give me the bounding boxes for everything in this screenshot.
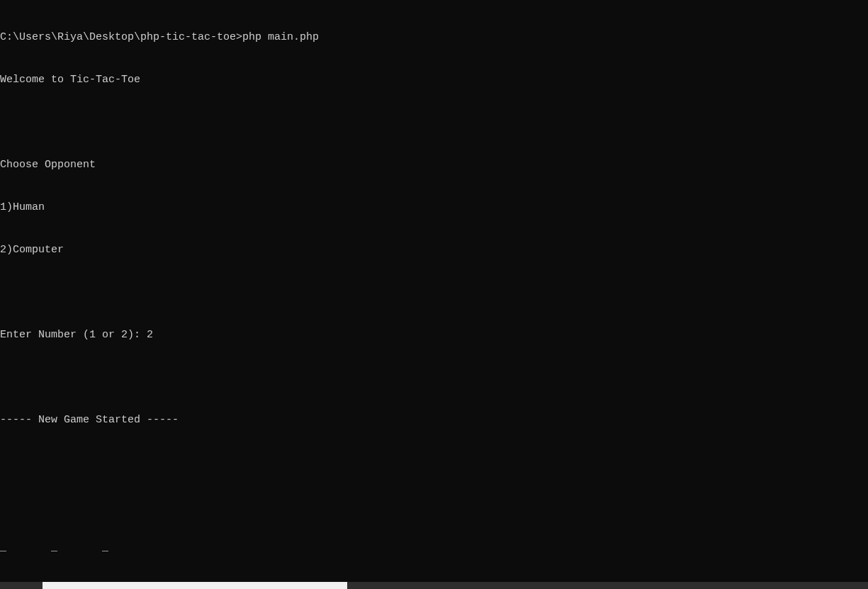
terminal-line — [0, 456, 868, 470]
terminal-line: 2)Computer — [0, 243, 868, 257]
terminal-line: Welcome to Tic-Tac-Toe — [0, 73, 868, 87]
terminal-line — [0, 498, 868, 512]
horizontal-scrollbar-track[interactable] — [0, 582, 868, 589]
terminal-line: Choose Opponent — [0, 158, 868, 172]
terminal-line — [0, 286, 868, 300]
terminal-line: _ _ _ — [0, 541, 868, 555]
terminal-line — [0, 371, 868, 385]
terminal-line: ----- New Game Started ----- — [0, 413, 868, 427]
horizontal-scrollbar-thumb[interactable] — [43, 582, 347, 589]
terminal-output[interactable]: C:\Users\Riya\Desktop\php-tic-tac-toe>ph… — [0, 0, 868, 589]
terminal-line: C:\Users\Riya\Desktop\php-tic-tac-toe>ph… — [0, 30, 868, 45]
terminal-line: Enter Number (1 or 2): 2 — [0, 328, 868, 342]
terminal-line — [0, 116, 868, 130]
terminal-line: 1)Human — [0, 201, 868, 215]
